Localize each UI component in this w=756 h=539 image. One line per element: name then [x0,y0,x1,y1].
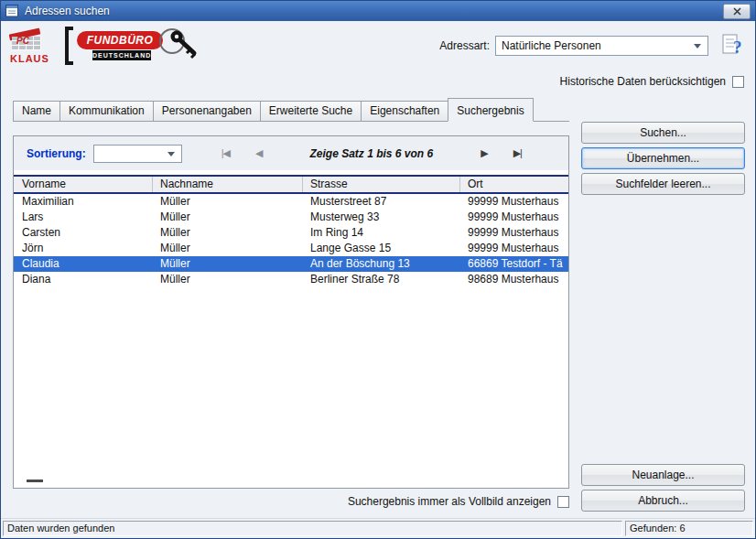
tab-suchergebnis[interactable]: Suchergebnis [448,98,533,122]
column-header-strasse[interactable]: Strasse [303,177,460,192]
table-cell: Müller [153,256,303,272]
key-icon [158,25,199,67]
tab-strip: NameKommunikationPersonenangabenErweiter… [13,98,569,122]
titlebar[interactable]: Adressen suchen [1,1,755,21]
result-panel: Sortierung: |◀ ◀ Zeige Satz 1 bis 6 von … [13,135,569,489]
table-cell: 66869 Testdorf - Tä [460,256,568,272]
historic-data-checkbox[interactable] [732,76,744,88]
table-cell: Carsten [14,225,153,241]
chevron-down-icon [694,44,701,52]
table-header: Vorname Nachname Strasse Ort [14,175,568,194]
neuanlage-button[interactable]: Neuanlage... [581,464,745,486]
record-range-text: Zeige Satz 1 bis 6 von 6 [287,147,455,160]
logo-text-klaus: KLAUS [10,53,49,64]
table-row[interactable]: CarstenMüllerIm Ring 1499999 Musterhaus [14,225,568,241]
table-cell: 99999 Musterhaus [460,210,568,225]
abbruch-button[interactable]: Abbruch... [581,490,745,512]
historic-data-row: Historische Daten berücksichtigen [560,75,744,88]
table-row[interactable]: MaximilianMüllerMusterstreet 8799999 Mus… [14,194,568,210]
suchen-button[interactable]: Suchen... [581,122,745,144]
table-row[interactable]: ClaudiaMüllerAn der Böschung 1366869 Tes… [14,256,568,272]
pc-klaus-logo: PC KLAUS [8,26,61,70]
hscrollbar-thumb[interactable] [27,480,43,482]
uebernehmen-button[interactable]: Übernehmen... [581,147,745,169]
table-cell: Müller [153,225,303,241]
table-cell: Lange Gasse 15 [303,241,460,256]
table-cell: Maximilian [14,194,153,210]
last-record-button[interactable]: ▶| [513,147,522,159]
tab-kommunikation[interactable]: Kommunikation [59,101,154,121]
status-message: Daten wurden gefunden [3,521,622,536]
table-cell: Müller [153,194,303,210]
adressart-row: Adressart: Natürliche Personen ? [439,32,744,59]
table-cell: Im Ring 14 [303,225,460,241]
sort-dropdown[interactable] [93,145,182,163]
status-found-count: Gefunden: 6 [625,521,753,536]
logo-text-pc: PC [16,36,29,46]
adressart-dropdown[interactable]: Natürliche Personen [495,36,708,56]
result-table-body: MaximilianMüllerMusterstreet 8799999 Mus… [14,194,568,287]
column-header-vorname[interactable]: Vorname [14,177,153,192]
tab-eigenschaften[interactable]: Eigenschaften [361,101,448,121]
sort-label: Sortierung: [27,147,86,160]
previous-record-button[interactable]: ◀ [255,147,262,159]
historic-data-label: Historische Daten berücksichtigen [560,75,726,88]
close-button[interactable] [723,4,751,19]
next-record-button[interactable]: ▶ [481,147,487,159]
statusbar: Daten wurden gefunden Gefunden: 6 [1,518,755,538]
fullscreen-option-label: Suchergebnis immer als Vollbild anzeigen [348,495,551,508]
bracket-icon [65,27,73,65]
logo-text-fundbuero: FUNDBÜRO [77,31,163,49]
dialog-window: Adressen suchen PC KLAUS FUNDBÜRO DEUTSC… [0,0,756,539]
table-cell: Müller [153,272,303,287]
fullscreen-option-checkbox[interactable] [557,496,569,508]
table-row[interactable]: JörnMüllerLange Gasse 1599999 Musterhaus [14,241,568,256]
column-header-nachname[interactable]: Nachname [153,177,303,192]
tab-name[interactable]: Name [13,101,60,121]
table-cell: 99999 Musterhaus [460,194,568,210]
table-cell: Müller [153,241,303,256]
table-cell: Müller [153,210,303,225]
logo-text-deutschland: DEUTSCHLAND [92,50,151,60]
svg-text:?: ? [733,38,742,56]
table-cell: Musterweg 33 [303,210,460,225]
table-cell: 99999 Musterhaus [460,241,568,256]
table-cell: Musterstreet 87 [303,194,460,210]
table-row[interactable]: LarsMüllerMusterweg 3399999 Musterhaus [14,210,568,225]
window-icon [5,5,19,17]
column-header-ort[interactable]: Ort [460,177,568,192]
table-cell: Diana [14,272,153,287]
tab-personenangaben[interactable]: Personenangaben [153,101,261,121]
table-cell: 98689 Musterhaus [460,272,568,287]
adressart-label: Adressart: [439,39,490,52]
adressart-selected-value: Natürliche Personen [496,39,694,52]
close-icon [733,7,741,16]
record-navigation: |◀ ◀ Zeige Satz 1 bis 6 von 6 ▶ ▶| [188,147,556,160]
fullscreen-option-row: Suchergebnis immer als Vollbild anzeigen [13,495,569,508]
table-cell: Lars [14,210,153,225]
help-icon[interactable]: ? [722,32,744,59]
fundbuero-logo: FUNDBÜRO DEUTSCHLAND [65,25,199,69]
table-row[interactable]: DianaMüllerBerliner Straße 7898689 Muste… [14,272,568,287]
window-title: Adressen suchen [25,5,110,17]
first-record-button[interactable]: |◀ [221,147,230,159]
tab-erweiterte-suche[interactable]: Erweiterte Suche [260,101,362,121]
table-cell: Jörn [14,241,153,256]
table-cell: 99999 Musterhaus [460,225,568,241]
chevron-down-icon [167,152,175,160]
suchfelder-leeren-button[interactable]: Suchfelder leeren... [581,173,745,195]
sortbar: Sortierung: |◀ ◀ Zeige Satz 1 bis 6 von … [14,136,568,170]
table-cell: An der Böschung 13 [303,256,460,272]
table-cell: Berliner Straße 78 [303,272,460,287]
table-cell: Claudia [14,256,153,272]
